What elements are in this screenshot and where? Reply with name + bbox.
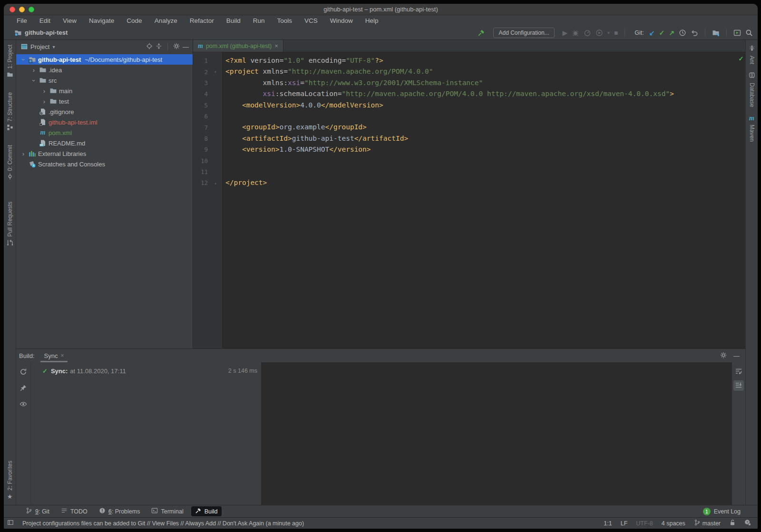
tree-item-scratches-and-consoles[interactable]: Scratches and Consoles (16, 159, 193, 169)
menu-item-edit[interactable]: Edit (33, 17, 57, 24)
git-branch-widget[interactable]: master (694, 519, 721, 527)
code-line[interactable]: <?xml version="1.0" encoding="UTF-8"?> (225, 55, 737, 66)
add-configuration-button[interactable]: Add Configuration... (493, 28, 554, 38)
pin-icon[interactable] (20, 383, 27, 392)
menu-item-view[interactable]: View (57, 17, 83, 24)
menu-item-navigate[interactable]: Navigate (83, 17, 120, 24)
git-push-button[interactable]: ↗ (669, 29, 674, 37)
tool-window-button-9-git[interactable]: 9: Git (22, 506, 53, 516)
status-link-don-t-ask-again[interactable]: Don't Ask Again (223, 520, 264, 527)
ide-status-icon[interactable] (744, 519, 751, 527)
tab-pom-xml[interactable]: m pom.xml (github-api-test) × (193, 40, 283, 52)
tool-stripe-maven[interactable]: mMaven (749, 115, 755, 142)
tool-stripe-1-project[interactable]: 1: Project (7, 45, 13, 80)
close-icon[interactable]: × (274, 42, 278, 49)
tree-item-github-api-test-iml[interactable]: github-api-test.iml (16, 117, 193, 127)
file-encoding[interactable]: UTF-8 (636, 520, 653, 527)
tool-window-button-6-problems[interactable]: 6: Problems (95, 506, 144, 516)
settings-gear-icon[interactable] (173, 43, 180, 51)
code-line[interactable] (225, 155, 737, 166)
code-line[interactable]: xsi:schemaLocation="http://maven.apache.… (225, 88, 737, 99)
preview-eye-icon[interactable] (20, 399, 27, 408)
build-console-output[interactable] (261, 362, 732, 505)
refresh-icon[interactable] (20, 367, 27, 376)
menu-item-build[interactable]: Build (220, 17, 247, 24)
readonly-lock-icon[interactable] (729, 519, 736, 527)
tool-stripe-ant[interactable]: Ant (749, 45, 755, 64)
project-view-selector[interactable]: Project (30, 43, 49, 50)
tree-item-github-api-test[interactable]: ›github-api-test~/Documents/github-api-t… (16, 54, 193, 65)
menu-item-analyze[interactable]: Analyze (148, 17, 184, 24)
tool-stripe-database[interactable]: Database (749, 72, 755, 107)
code-line[interactable]: <groupId>org.example</groupId> (225, 122, 737, 133)
code-line[interactable]: xmlns:xsi="http://www.w3.org/2001/XMLSch… (225, 77, 737, 88)
tool-stripe-0-commit[interactable]: 0: Commit (7, 145, 13, 182)
build-project-button[interactable] (478, 29, 485, 37)
menu-item-window[interactable]: Window (324, 17, 359, 24)
indent-setting[interactable]: 4 spaces (662, 520, 685, 527)
chevron-right-icon[interactable]: › (19, 150, 28, 157)
code-area[interactable]: <?xml version="1.0" encoding="UTF-8"?><p… (222, 52, 737, 348)
history-button[interactable] (679, 29, 686, 37)
code-line[interactable] (225, 166, 737, 177)
caret-position[interactable]: 1:1 (604, 520, 612, 527)
menu-item-run[interactable]: Run (247, 17, 271, 24)
chevron-down-icon[interactable]: ▾ (52, 44, 55, 49)
chevron-down-icon[interactable]: › (20, 55, 27, 64)
tree-item-main[interactable]: ›main (16, 86, 193, 96)
search-everywhere-button[interactable] (745, 29, 753, 37)
hide-panel-button[interactable]: — (183, 43, 189, 50)
tool-window-button-build[interactable]: Build (191, 506, 222, 516)
status-link-view-files[interactable]: View Files (152, 520, 179, 527)
fold-marker-icon[interactable]: ▾ (213, 69, 218, 74)
tool-stripe-2-favorites[interactable]: 2: Favorites★ (7, 461, 13, 500)
chevron-down-icon[interactable]: › (30, 76, 38, 85)
tree-item-pom-xml[interactable]: mpom.xml (16, 127, 193, 138)
tool-stripe-7-structure[interactable]: 7: Structure (7, 92, 13, 133)
run-anything-button[interactable] (733, 29, 741, 37)
tree-item-test[interactable]: ›test (16, 96, 193, 106)
tool-stripe-pull-requests[interactable]: Pull Requests (7, 202, 13, 248)
tree-item-gitignore[interactable]: .gitignore (16, 106, 193, 117)
code-line[interactable]: <version>1.0-SNAPSHOT</version> (225, 144, 737, 155)
code-line[interactable]: </project> (225, 177, 737, 188)
tool-window-button-todo[interactable]: TODO (57, 506, 91, 516)
build-tab-sync[interactable]: Sync × (43, 349, 65, 362)
code-line[interactable]: <project xmlns="http://maven.apache.org/… (225, 66, 737, 77)
tree-item-readme-md[interactable]: README.md (16, 138, 193, 148)
settings-gear-icon[interactable] (720, 352, 727, 360)
menu-item-tools[interactable]: Tools (271, 17, 299, 24)
status-link-always-add[interactable]: Always Add (185, 520, 216, 527)
profiler-button[interactable] (584, 29, 591, 37)
code-line[interactable] (225, 111, 737, 122)
menu-item-code[interactable]: Code (120, 17, 148, 24)
stop-button[interactable]: ■ (614, 29, 618, 37)
coverage-button[interactable] (595, 29, 603, 37)
tree-item-src[interactable]: ›src (16, 75, 193, 86)
menu-item-refactor[interactable]: Refactor (184, 17, 220, 24)
tree-item-idea[interactable]: ›.idea (16, 65, 193, 75)
line-separator[interactable]: LF (621, 520, 628, 527)
hide-panel-button[interactable]: — (733, 352, 740, 359)
collapse-all-button[interactable] (156, 43, 162, 51)
chevron-right-icon[interactable]: › (40, 87, 49, 95)
tree-item-external-libraries[interactable]: ›External Libraries (16, 148, 193, 159)
git-commit-button[interactable]: ✓ (659, 29, 665, 37)
chevron-right-icon[interactable]: › (40, 98, 49, 105)
tool-window-toggle-icon[interactable] (7, 519, 14, 527)
event-log-button[interactable]: 1 Event Log (703, 508, 741, 515)
sync-result-row[interactable]: ✓ Sync: at 11.08.2020, 17:11 2 s 146 ms (31, 365, 261, 377)
debug-button[interactable] (572, 29, 579, 37)
git-update-button[interactable]: ↙ (649, 29, 655, 37)
soft-wrap-icon[interactable] (733, 366, 744, 377)
chevron-right-icon[interactable]: › (29, 67, 38, 74)
local-changes-button[interactable] (712, 29, 720, 37)
menu-item-file[interactable]: File (10, 17, 33, 24)
fold-marker-icon[interactable]: ▴ (213, 181, 218, 185)
scroll-to-end-icon[interactable] (733, 380, 744, 391)
rollback-button[interactable] (691, 29, 698, 37)
locate-file-button[interactable] (146, 43, 153, 51)
menu-item-help[interactable]: Help (359, 17, 385, 24)
menu-item-vcs[interactable]: VCS (298, 17, 324, 24)
breadcrumb[interactable]: github-api-test (14, 29, 68, 37)
